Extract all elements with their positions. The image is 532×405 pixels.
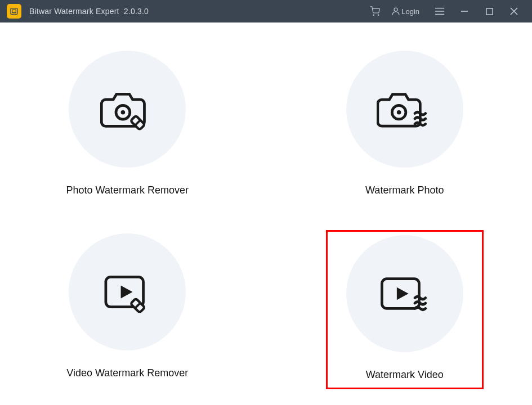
photo-watermark-remover-card[interactable]: Photo Watermark Remover (48, 47, 206, 203)
photo-watermark-remover-label: Photo Watermark Remover (66, 184, 189, 196)
login-button[interactable]: Login (387, 0, 427, 22)
video-watermark-remover-card[interactable]: Video Watermark Remover (48, 230, 206, 389)
svg-rect-0 (11, 8, 17, 15)
main-content: Photo Watermark Remover Watermark Photo (0, 22, 532, 405)
app-name: Bitwar Watermark Expert (29, 7, 119, 16)
photo-watermark-remover-circle (69, 51, 186, 168)
close-icon (510, 7, 518, 15)
svg-point-3 (378, 15, 379, 16)
close-button[interactable] (502, 0, 526, 22)
titlebar-actions: Login (363, 0, 526, 22)
cart-button[interactable] (363, 0, 387, 22)
maximize-button[interactable] (477, 0, 502, 22)
camera-wave-icon (377, 87, 433, 132)
minimize-button[interactable] (452, 0, 477, 22)
titlebar: Bitwar Watermark Expert 2.0.3.0 Login (0, 0, 532, 22)
svg-rect-1 (12, 10, 16, 12)
watermark-video-label: Watermark Video (366, 369, 444, 381)
app-title: Bitwar Watermark Expert 2.0.3.0 (29, 7, 363, 16)
menu-button[interactable] (427, 0, 452, 22)
menu-icon (435, 7, 445, 15)
svg-point-2 (373, 15, 374, 16)
svg-rect-9 (486, 8, 492, 14)
watermark-video-card[interactable]: Watermark Video (326, 230, 484, 389)
svg-point-4 (394, 8, 397, 11)
video-wave-icon (377, 271, 433, 316)
maximize-icon (486, 8, 493, 15)
minimize-icon (461, 7, 468, 15)
watermark-photo-card[interactable]: Watermark Photo (326, 47, 484, 203)
watermark-video-circle (346, 235, 463, 352)
login-label: Login (401, 7, 419, 16)
user-icon (391, 6, 401, 16)
video-eraser-icon (100, 269, 154, 314)
camera-eraser-icon (100, 87, 154, 132)
watermark-photo-label: Watermark Photo (365, 184, 444, 196)
watermark-photo-circle (346, 51, 463, 168)
video-watermark-remover-label: Video Watermark Remover (66, 367, 188, 379)
svg-point-17 (397, 110, 401, 115)
app-logo-icon (7, 4, 21, 19)
app-version: 2.0.3.0 (124, 7, 149, 16)
svg-point-13 (121, 110, 126, 115)
video-watermark-remover-circle (69, 233, 186, 350)
